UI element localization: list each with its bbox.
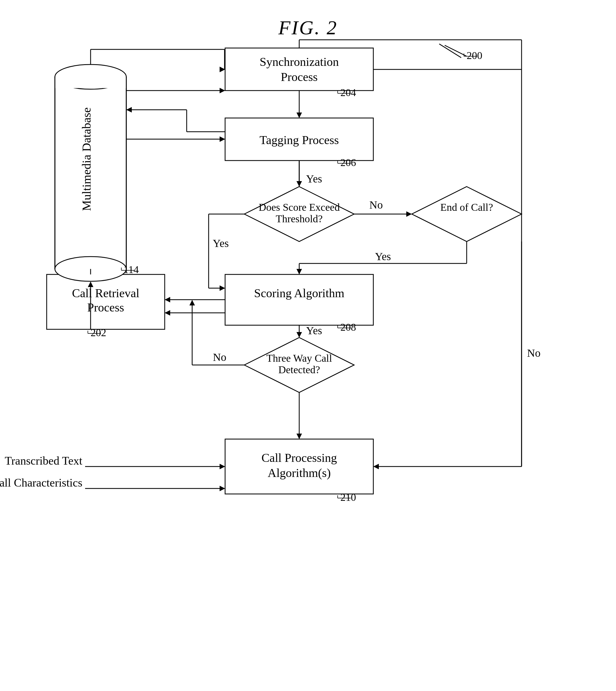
svg-text:Process: Process	[281, 70, 317, 84]
svg-text:Tagging Process: Tagging Process	[260, 133, 339, 147]
svg-line-108	[439, 44, 461, 58]
svg-text:Three Way Call: Three Way Call	[267, 352, 332, 364]
svg-text:No: No	[213, 351, 226, 363]
svg-rect-43	[55, 77, 126, 88]
svg-text:Yes: Yes	[306, 173, 322, 185]
svg-text:Yes: Yes	[375, 250, 391, 263]
svg-rect-0	[225, 48, 373, 91]
svg-text:208: 208	[340, 321, 356, 333]
svg-text:202: 202	[91, 327, 106, 338]
svg-marker-54	[296, 112, 302, 118]
svg-text:Call Retrieval: Call Retrieval	[72, 287, 139, 300]
svg-marker-107	[165, 310, 170, 316]
svg-text:Detected?: Detected?	[278, 364, 320, 375]
svg-marker-69	[165, 297, 170, 303]
svg-marker-82	[373, 464, 379, 469]
svg-text:Scoring Algorithm: Scoring Algorithm	[254, 287, 345, 300]
svg-text:Synchronization: Synchronization	[260, 55, 339, 69]
svg-text:204: 204	[340, 87, 356, 98]
svg-text:210: 210	[340, 491, 356, 503]
svg-marker-59	[406, 211, 412, 217]
svg-text:No: No	[527, 347, 541, 359]
svg-marker-78	[296, 433, 302, 439]
svg-text:114: 114	[124, 264, 139, 275]
svg-text:Multimedia Database: Multimedia Database	[80, 107, 93, 211]
svg-text:Transcribed Text: Transcribed Text	[5, 454, 82, 467]
svg-text:Does Score Exceed: Does Score Exceed	[259, 201, 339, 213]
svg-text:No: No	[370, 199, 383, 211]
svg-marker-85	[220, 136, 225, 142]
svg-text:Threshold?: Threshold?	[276, 213, 323, 224]
svg-marker-64	[296, 269, 302, 274]
svg-marker-104	[220, 285, 225, 291]
svg-text:206: 206	[340, 157, 356, 168]
svg-marker-99	[220, 486, 225, 491]
svg-marker-75	[190, 300, 195, 306]
svg-text:Call Characteristics: Call Characteristics	[0, 476, 82, 489]
svg-text:End of Call?: End of Call?	[440, 201, 493, 213]
svg-text:Yes: Yes	[213, 237, 229, 249]
svg-marker-96	[220, 464, 225, 469]
svg-text:Yes: Yes	[306, 325, 322, 337]
svg-text:Algorithm(s): Algorithm(s)	[268, 466, 331, 480]
flowchart-diagram: Synchronization Process 204 200 Tagging …	[0, 0, 616, 691]
svg-marker-87	[220, 88, 225, 93]
svg-text:Process: Process	[87, 301, 124, 314]
svg-marker-18	[412, 186, 522, 242]
svg-text:Call Processing: Call Processing	[262, 451, 337, 465]
svg-marker-71	[296, 332, 302, 337]
svg-text:200: 200	[467, 50, 482, 61]
svg-marker-93	[126, 107, 132, 112]
